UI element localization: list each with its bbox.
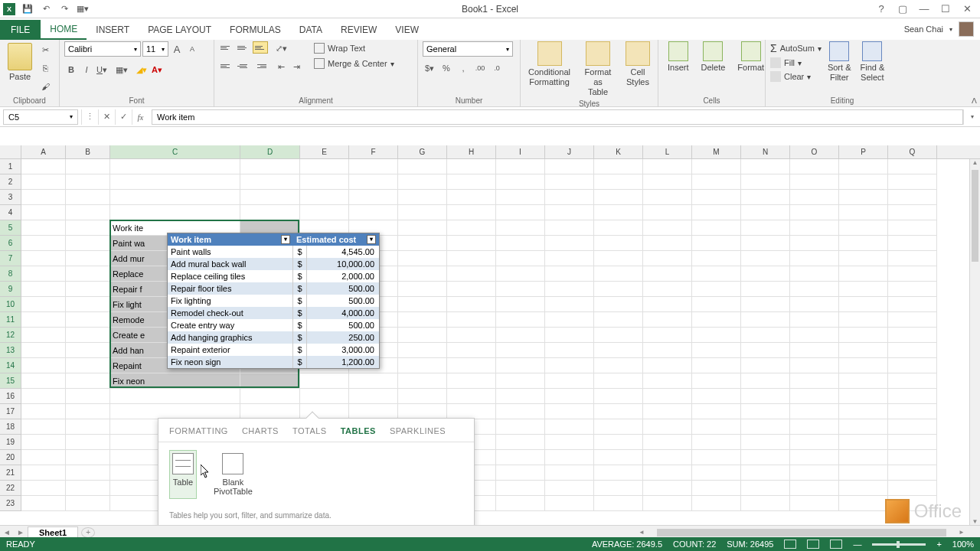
qa-tab-totals[interactable]: TOTALS — [292, 426, 327, 435]
cell-G10[interactable] — [398, 297, 447, 312]
formula-bar-expand[interactable]: ⋮ — [81, 109, 98, 125]
fill-button[interactable]: Fill ▾ — [770, 57, 822, 69]
cell-I23[interactable] — [496, 496, 545, 511]
cell-C1[interactable] — [110, 159, 240, 174]
table-header-cost[interactable]: Estimated cost▾ — [293, 233, 379, 246]
cell-L16[interactable] — [643, 389, 692, 404]
cell-P22[interactable] — [839, 481, 888, 496]
increase-decimal-button[interactable]: .00 — [473, 61, 487, 75]
cell-K15[interactable] — [594, 373, 643, 389]
cell-N7[interactable] — [741, 251, 790, 266]
cell-C3[interactable] — [110, 190, 240, 205]
row-header-22[interactable]: 22 — [0, 481, 21, 496]
cell-Q3[interactable] — [888, 190, 937, 205]
cell-I1[interactable] — [496, 159, 545, 174]
maximize-icon[interactable]: ☐ — [939, 2, 952, 16]
cell-J14[interactable] — [545, 358, 594, 373]
cell-Q2[interactable] — [888, 174, 937, 190]
find-select-button[interactable]: Find & Select — [857, 41, 887, 83]
cell-J2[interactable] — [545, 174, 594, 190]
scrollbar-thumb[interactable] — [972, 170, 978, 262]
cell-H14[interactable] — [447, 358, 496, 373]
row-header-23[interactable]: 23 — [0, 496, 21, 511]
cell-N18[interactable] — [741, 419, 790, 435]
cell-M3[interactable] — [692, 190, 741, 205]
cell-H2[interactable] — [447, 174, 496, 190]
cell-P18[interactable] — [839, 419, 888, 435]
column-header-H[interactable]: H — [447, 145, 496, 158]
row-header-12[interactable]: 12 — [0, 328, 21, 343]
clear-button[interactable]: Clear ▾ — [770, 70, 822, 83]
cell-B7[interactable] — [66, 251, 110, 266]
cell-Q10[interactable] — [888, 297, 937, 312]
qa-tab-charts[interactable]: CHARTS — [242, 426, 279, 435]
format-cells-button[interactable]: Format — [733, 41, 769, 72]
insert-function-button[interactable]: fx — [132, 109, 149, 125]
cell-O8[interactable] — [790, 266, 839, 282]
row-header-4[interactable]: 4 — [0, 205, 21, 220]
delete-cells-button[interactable]: Delete — [697, 41, 730, 72]
cell-I7[interactable] — [496, 251, 545, 266]
cell-K16[interactable] — [594, 389, 643, 404]
close-icon[interactable]: ✕ — [960, 2, 974, 16]
cell-Q16[interactable] — [888, 389, 937, 404]
cell-J12[interactable] — [545, 328, 594, 343]
cell-N20[interactable] — [741, 450, 790, 465]
cell-M22[interactable] — [692, 481, 741, 496]
qa-tab-formatting[interactable]: FORMATTING — [169, 426, 228, 435]
cell-Q19[interactable] — [888, 435, 937, 450]
row-header-17[interactable]: 17 — [0, 404, 21, 419]
cell-M21[interactable] — [692, 465, 741, 481]
column-header-L[interactable]: L — [643, 145, 692, 158]
cell-I11[interactable] — [496, 312, 545, 328]
row-header-20[interactable]: 20 — [0, 450, 21, 465]
cell-A14[interactable] — [21, 358, 66, 373]
cell-F1[interactable] — [349, 159, 398, 174]
cell-H15[interactable] — [447, 373, 496, 389]
cell-J11[interactable] — [545, 312, 594, 328]
cell-D17[interactable] — [240, 404, 300, 419]
undo-icon[interactable]: ↶ — [40, 3, 52, 15]
cell-L2[interactable] — [643, 174, 692, 190]
cell-I14[interactable] — [496, 358, 545, 373]
decrease-decimal-button[interactable]: .0 — [490, 61, 504, 75]
cell-K10[interactable] — [594, 297, 643, 312]
zoom-level[interactable]: 100% — [952, 540, 974, 549]
bold-button[interactable]: B — [64, 63, 78, 77]
cell-J23[interactable] — [545, 496, 594, 511]
cell-L21[interactable] — [643, 465, 692, 481]
column-header-Q[interactable]: Q — [888, 145, 937, 158]
user-account[interactable]: Sean Chai▾ — [904, 21, 974, 37]
cell-Q8[interactable] — [888, 266, 937, 282]
column-header-G[interactable]: G — [398, 145, 447, 158]
cell-J22[interactable] — [545, 481, 594, 496]
cell-E15[interactable] — [300, 373, 349, 389]
filter-dropdown-icon[interactable]: ▾ — [367, 235, 376, 244]
cell-D2[interactable] — [240, 174, 300, 190]
tab-home[interactable]: HOME — [41, 20, 87, 40]
cell-O6[interactable] — [790, 236, 839, 251]
cell-B6[interactable] — [66, 236, 110, 251]
cell-M11[interactable] — [692, 312, 741, 328]
cell-B15[interactable] — [66, 373, 110, 389]
cell-A19[interactable] — [21, 435, 66, 450]
cell-B14[interactable] — [66, 358, 110, 373]
cell-P2[interactable] — [839, 174, 888, 190]
tab-data[interactable]: DATA — [290, 20, 332, 40]
sort-filter-button[interactable]: Sort & Filter — [825, 41, 854, 83]
cell-Q9[interactable] — [888, 282, 937, 297]
cell-L15[interactable] — [643, 373, 692, 389]
cell-N16[interactable] — [741, 389, 790, 404]
format-as-table-button[interactable]: Format as Table — [577, 41, 619, 98]
cell-I2[interactable] — [496, 174, 545, 190]
cell-I22[interactable] — [496, 481, 545, 496]
cell-M16[interactable] — [692, 389, 741, 404]
expand-formula-bar[interactable]: ▾ — [963, 109, 980, 125]
cell-J7[interactable] — [545, 251, 594, 266]
cell-M12[interactable] — [692, 328, 741, 343]
cell-O9[interactable] — [790, 282, 839, 297]
comma-format-button[interactable]: , — [456, 61, 470, 75]
cell-A9[interactable] — [21, 282, 66, 297]
cell-B23[interactable] — [66, 496, 110, 511]
cell-C4[interactable] — [110, 205, 240, 220]
